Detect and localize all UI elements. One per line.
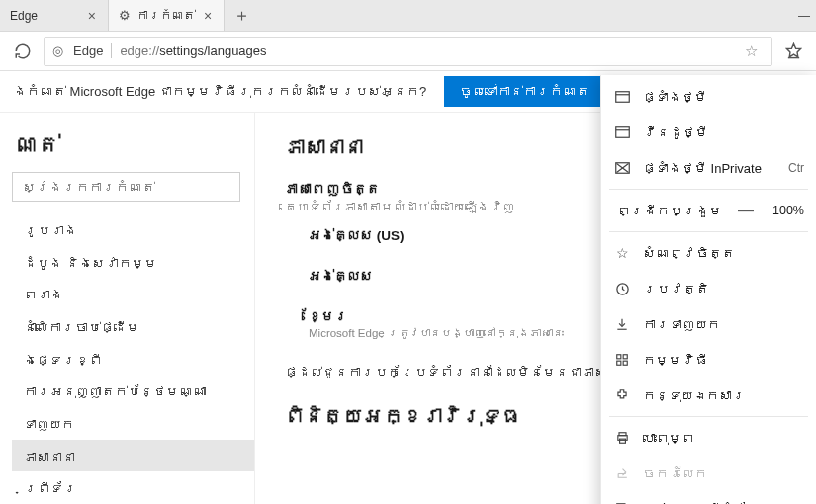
menu-new-window[interactable]: វីនដូថ្មី xyxy=(601,115,816,150)
nav-item[interactable]: ដំបូង និងសេវាកម្ម xyxy=(12,246,254,279)
close-icon[interactable]: × xyxy=(86,8,98,24)
sidebar-title: ណត់ xyxy=(16,132,250,158)
address-bar: ◎ Edge edge://settings/languages ☆ xyxy=(0,32,816,71)
menu-label: កន្ទុយឯកសារ xyxy=(643,388,804,403)
nav-item-languages[interactable]: ភាសានានា xyxy=(12,440,254,472)
new-tab-button[interactable]: ＋ xyxy=(225,0,258,31)
svg-marker-0 xyxy=(786,44,800,57)
close-icon[interactable]: × xyxy=(202,8,214,24)
share-icon xyxy=(613,467,631,480)
zoom-label: ពង្រីកបង្រួម xyxy=(613,204,725,218)
nav-item[interactable]: ទាញយក xyxy=(12,407,254,440)
menu-label: ផ្ទាំងថ្មី InPrivate xyxy=(643,161,776,176)
search-input[interactable] xyxy=(12,172,240,202)
tab-edge[interactable]: Edge × xyxy=(0,0,109,31)
menu-downloads[interactable]: ការទាញយក xyxy=(601,306,816,342)
download-icon xyxy=(613,317,631,331)
settings-search xyxy=(12,172,240,202)
menu-label: វីនដូថ្មី xyxy=(643,126,804,140)
menu-label: សំណព្វចិត្ត xyxy=(643,246,804,261)
menu-label: ចែករំលែក xyxy=(643,466,804,481)
inprivate-icon xyxy=(613,162,631,174)
nav-item[interactable]: រូបរាង xyxy=(12,213,254,246)
nav-item[interactable]: ងផ្ទេរខ្ពី xyxy=(12,343,254,376)
new-window-icon xyxy=(613,126,631,138)
menu-extensions[interactable]: កន្ទុយឯកសារ xyxy=(601,378,816,413)
banner-cta-button[interactable]: ចូលទៅកាន់ការកំណត់ xyxy=(444,76,605,107)
tab-label: ការកំណត់ xyxy=(136,9,196,23)
minimize-button[interactable]: — xyxy=(798,9,810,23)
settings-sidebar: ណត់ រូបរាង ដំបូង និងសេវាកម្ម ពរាង នាំលើក… xyxy=(0,113,255,504)
favorites-bar-button[interactable] xyxy=(778,37,808,66)
settings-nav: រូបរាង ដំបូង និងសេវាកម្ម ពរាង នាំលើការចា… xyxy=(12,213,254,504)
gear-icon: ⚙ xyxy=(119,8,131,23)
svg-rect-10 xyxy=(617,355,621,359)
banner-text: ងកំណត់ Microsoft Edge ជាកម្មវិធីរុករកលំន… xyxy=(14,84,426,99)
menu-share: ចែករំលែក xyxy=(601,456,816,491)
nav-item[interactable]: នាំលើការចាប់ផ្ដើម xyxy=(12,310,254,343)
tab-strip: Edge × ⚙ ការកំណត់ × ＋ xyxy=(0,0,258,31)
menu-separator xyxy=(609,231,808,232)
menu-find[interactable]: ស្វែងរកលើទំព័រ xyxy=(601,491,816,504)
site-identity: Edge xyxy=(71,43,112,58)
menu-history[interactable]: ប្រវត្តិ xyxy=(601,271,816,306)
menu-separator xyxy=(609,189,808,190)
menu-separator xyxy=(609,416,808,417)
menu-label: ផ្ទាំងថ្មី xyxy=(643,90,804,105)
zoom-value: 100% xyxy=(767,204,804,217)
extension-icon xyxy=(613,388,631,402)
menu-favorites[interactable]: ☆ សំណព្វចិត្ត xyxy=(601,235,816,271)
svg-rect-11 xyxy=(623,355,627,359)
svg-rect-2 xyxy=(615,92,629,103)
url-box[interactable]: ◎ Edge edge://settings/languages ☆ xyxy=(44,37,772,66)
app-menu: ផ្ទាំងថ្មី វីនដូថ្មី ផ្ទាំងថ្មី InPrivat… xyxy=(600,75,816,504)
reload-button[interactable] xyxy=(8,37,38,66)
favorite-star-icon[interactable]: ☆ xyxy=(738,42,764,60)
history-icon xyxy=(613,282,631,296)
menu-inprivate[interactable]: ផ្ទាំងថ្មី InPrivate Ctr xyxy=(601,150,816,186)
edge-logo-icon: ◎ xyxy=(52,43,63,58)
menu-label: បោះពុម្ព xyxy=(643,431,804,446)
print-icon xyxy=(613,431,631,445)
apps-icon xyxy=(613,353,631,367)
menu-zoom-row: ពង្រីកបង្រួម — 100% xyxy=(601,193,816,228)
window-icon xyxy=(613,91,631,103)
tab-settings[interactable]: ⚙ ការកំណត់ × xyxy=(109,0,225,31)
svg-rect-12 xyxy=(617,361,621,365)
menu-apps[interactable]: កម្មវិធី xyxy=(601,342,816,378)
tab-label: Edge xyxy=(10,9,80,23)
svg-rect-4 xyxy=(615,127,629,138)
url-text: edge://settings/languages xyxy=(120,43,730,58)
svg-rect-13 xyxy=(623,361,627,365)
menu-new-tab[interactable]: ផ្ទាំងថ្មី xyxy=(601,79,816,115)
titlebar: Edge × ⚙ ការកំណត់ × ＋ — xyxy=(0,0,816,32)
menu-label: កម្មវិធី xyxy=(643,353,804,368)
nav-item[interactable]: ព្រីទ័រ xyxy=(12,471,254,504)
nav-item[interactable]: ពរាង xyxy=(12,278,254,310)
zoom-out-button[interactable]: — xyxy=(733,202,759,219)
window-controls: — xyxy=(798,0,810,31)
menu-label: ប្រវត្តិ xyxy=(643,282,804,296)
menu-label: ការទាញយក xyxy=(643,317,804,332)
star-icon: ☆ xyxy=(613,245,631,261)
menu-shortcut: Ctr xyxy=(788,161,804,175)
nav-item[interactable]: ការអនុញ្ញាតក់បន្ថែមណ្ណា xyxy=(12,375,254,407)
menu-print[interactable]: បោះពុម្ព xyxy=(601,420,816,456)
